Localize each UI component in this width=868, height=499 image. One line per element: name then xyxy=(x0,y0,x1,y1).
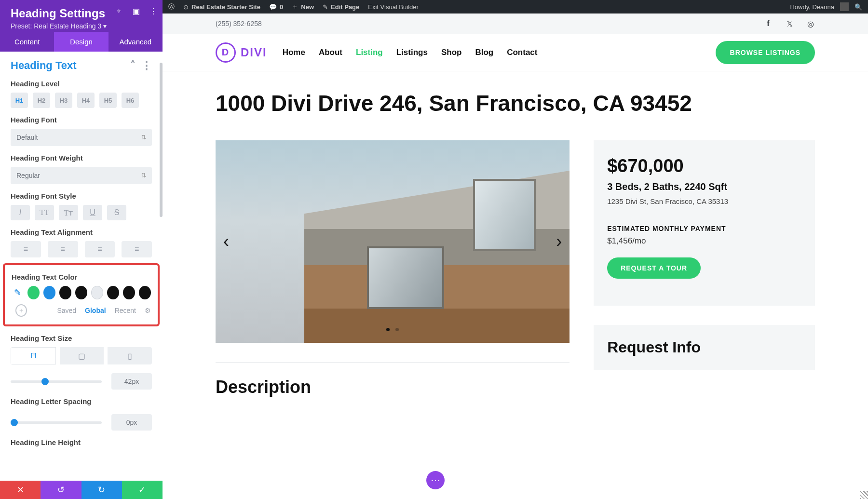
site-logo[interactable]: D DIVI xyxy=(216,42,267,63)
nav-shop[interactable]: Shop xyxy=(441,48,462,57)
device-desktop[interactable]: 🖥 xyxy=(11,347,56,364)
howdy-user[interactable]: Howdy, Deanna xyxy=(790,3,834,11)
slider-dot-1[interactable] xyxy=(386,328,390,331)
nav-contact[interactable]: Contact xyxy=(507,48,537,57)
swatch-row: ✎ xyxy=(12,286,151,299)
wp-logo-icon[interactable]: ⓦ xyxy=(168,2,175,11)
label-text-alignment: Heading Text Alignment xyxy=(11,228,152,236)
tab-advanced[interactable]: Advanced xyxy=(108,32,163,52)
redo-button[interactable]: ↻ xyxy=(81,481,122,499)
swatch-tab-recent[interactable]: Recent xyxy=(115,307,136,314)
content-columns: ‹ › Description $670,000 3 Beds, 2 Baths… xyxy=(216,140,815,397)
site-nav: D DIVI Home About Listing Listings Shop … xyxy=(163,34,868,71)
style-smallcaps[interactable]: Tᴛ xyxy=(59,205,78,220)
slider-dot-2[interactable] xyxy=(395,328,399,331)
instagram-icon[interactable]: ◎ xyxy=(806,19,815,28)
new-link[interactable]: ＋ New xyxy=(292,2,314,11)
heading-level-h2[interactable]: H2 xyxy=(33,93,50,108)
resize-handle-icon[interactable] xyxy=(860,491,868,499)
more-icon[interactable]: ⋮ xyxy=(149,7,158,15)
text-size-value[interactable]: 42px xyxy=(111,373,152,390)
font-select[interactable]: Default ⇅ xyxy=(11,129,152,146)
edit-page-link[interactable]: ✎ Edit Page xyxy=(323,3,359,11)
listing-price: $670,000 xyxy=(607,156,801,176)
tab-design[interactable]: Design xyxy=(54,32,108,52)
eyedropper-icon[interactable]: ✎ xyxy=(12,286,24,299)
user-avatar-icon[interactable] xyxy=(840,2,849,11)
focus-icon[interactable]: ⌖ xyxy=(114,7,123,15)
undo-button[interactable]: ↺ xyxy=(41,481,81,499)
builder-fab-button[interactable]: ⋯ xyxy=(426,471,445,489)
swatch-tab-saved[interactable]: Saved xyxy=(57,307,76,314)
label-heading-weight: Heading Font Weight xyxy=(11,154,152,162)
request-info-heading: Request Info xyxy=(607,338,801,356)
nav-blog[interactable]: Blog xyxy=(475,48,493,57)
swatch-settings-icon[interactable]: ⚙ xyxy=(145,307,151,314)
letter-spacing-slider[interactable] xyxy=(11,421,102,424)
comments-link[interactable]: 💬 0 xyxy=(269,3,283,11)
nav-home[interactable]: Home xyxy=(283,48,305,57)
exit-visual-builder-link[interactable]: Exit Visual Builder xyxy=(368,3,419,11)
expand-icon[interactable]: ▣ xyxy=(132,7,140,15)
tab-content[interactable]: Content xyxy=(0,32,54,52)
preset-selector[interactable]: Preset: Real Estate Heading 3 ▾ xyxy=(11,22,152,30)
heading-level-h1[interactable]: H1 xyxy=(11,93,28,108)
slider-dots xyxy=(386,328,399,331)
device-tablet[interactable]: ▢ xyxy=(60,347,104,364)
highlighted-region: Heading Text Color ✎ + Saved Global Rece… xyxy=(3,263,160,326)
divider xyxy=(216,362,570,363)
cancel-button[interactable]: ✕ xyxy=(0,481,41,499)
swatch-black-3[interactable] xyxy=(107,286,119,299)
heading-level-h5[interactable]: H5 xyxy=(99,93,117,108)
device-phone[interactable]: ▯ xyxy=(108,347,152,364)
request-tour-button[interactable]: REQUEST A TOUR xyxy=(607,257,701,279)
swatch-black-5[interactable] xyxy=(139,286,151,299)
chevron-updown-icon: ⇅ xyxy=(141,134,146,141)
description-heading: Description xyxy=(216,377,570,397)
section-heading-text[interactable]: Heading Text ˄ ⋮ xyxy=(11,59,152,72)
section-more-icon[interactable]: ⋮ xyxy=(141,59,152,72)
style-underline[interactable]: U xyxy=(83,205,102,220)
nav-listings[interactable]: Listings xyxy=(396,48,428,57)
weight-select-value: Regular xyxy=(16,172,40,179)
swatch-black-2[interactable] xyxy=(75,286,87,299)
letter-spacing-value[interactable]: 0px xyxy=(111,414,152,431)
left-column: ‹ › Description xyxy=(216,140,570,397)
slider-prev-button[interactable]: ‹ xyxy=(223,231,229,252)
preview-area: ⓦ ⊙ Real Estate Starter Site 💬 0 ＋ New ✎… xyxy=(163,0,868,499)
browse-listings-button[interactable]: BROWSE LISTINGS xyxy=(716,41,815,64)
facebook-icon[interactable]: f xyxy=(764,19,773,28)
align-left[interactable]: ≡ xyxy=(11,241,41,257)
heading-level-h6[interactable]: H6 xyxy=(122,93,139,108)
heading-level-h4[interactable]: H4 xyxy=(77,93,95,108)
x-icon[interactable]: 𝕏 xyxy=(785,19,794,28)
swatch-tab-global[interactable]: Global xyxy=(85,307,106,314)
text-size-slider[interactable] xyxy=(11,380,102,383)
swatch-blue[interactable] xyxy=(43,286,55,299)
align-center[interactable]: ≡ xyxy=(48,241,78,257)
heading-level-h3[interactable]: H3 xyxy=(55,93,72,108)
design-panel: Heading Text ˄ ⋮ Heading Level H1 H2 H3 … xyxy=(0,52,163,499)
image-slider: ‹ › xyxy=(216,140,570,343)
swatch-green[interactable] xyxy=(27,286,40,299)
swatch-black-4[interactable] xyxy=(123,286,135,299)
nav-about[interactable]: About xyxy=(319,48,342,57)
style-uppercase[interactable]: TT xyxy=(35,205,54,220)
site-name[interactable]: ⊙ Real Estate Starter Site xyxy=(183,3,260,11)
swatch-tabs: + Saved Global Recent ⚙ xyxy=(33,304,151,317)
style-italic[interactable]: I xyxy=(11,205,30,220)
slider-next-button[interactable]: › xyxy=(556,231,562,252)
save-button[interactable]: ✓ xyxy=(122,481,163,499)
font-style-group: I TT Tᴛ U S xyxy=(11,205,152,220)
chevron-up-icon[interactable]: ˄ xyxy=(130,59,136,72)
font-select-value: Default xyxy=(16,134,38,141)
search-icon[interactable]: 🔍 xyxy=(854,3,862,11)
style-strikethrough[interactable]: S xyxy=(107,205,126,220)
add-swatch-button[interactable]: + xyxy=(15,304,27,317)
swatch-black-1[interactable] xyxy=(59,286,71,299)
align-justify[interactable]: ≡ xyxy=(122,241,152,257)
align-right[interactable]: ≡ xyxy=(85,241,115,257)
weight-select[interactable]: Regular ⇅ xyxy=(11,167,152,184)
nav-listing[interactable]: Listing xyxy=(356,48,383,57)
swatch-light[interactable] xyxy=(91,286,103,299)
